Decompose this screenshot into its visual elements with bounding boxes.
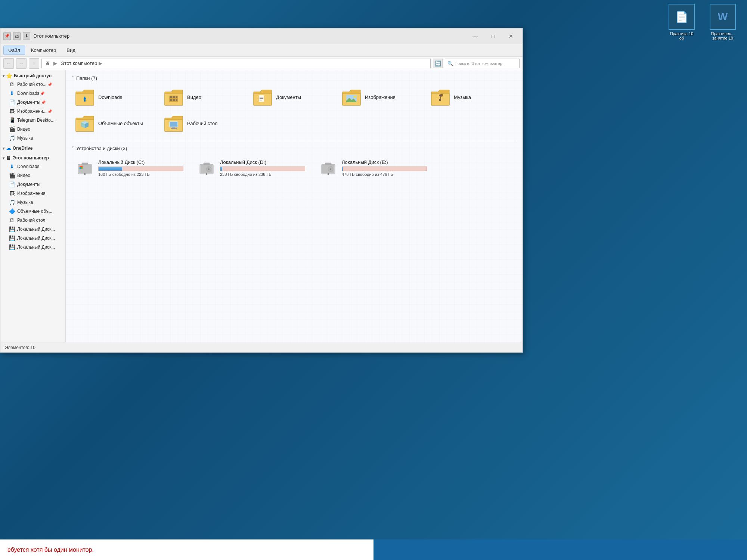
sidebar-item-downloads2-label: Downloads xyxy=(17,164,39,169)
folders-section-label: Папки (7) xyxy=(76,75,97,81)
folder-video[interactable]: Видео xyxy=(161,85,247,109)
drive-d-info: Локальный Диск (D:) 238 ГБ свободно из 2… xyxy=(220,159,305,177)
folder-3d[interactable]: Объемные объекты xyxy=(72,112,158,135)
expand-icon-thispc: ▾ xyxy=(3,156,4,160)
folder-downloads[interactable]: Downloads xyxy=(72,85,158,109)
drive-d-name: Локальный Диск (D:) xyxy=(220,159,305,165)
drive-c[interactable]: Локальный Диск (C:) 160 ГБ свободно из 2… xyxy=(72,156,187,180)
explorer-window: 📌 🗂 ⬇ Этот компьютер — □ ✕ Файл Компьюте… xyxy=(0,28,523,353)
sidebar-item-diskE[interactable]: 💾 Локальный Диск... xyxy=(0,243,65,252)
sidebar-item-downloads2[interactable]: ⬇ Downloads xyxy=(0,162,65,171)
sidebar-item-images-pinned[interactable]: 🖼 Изображени... 📌 xyxy=(0,107,65,116)
back-button[interactable]: ← xyxy=(3,58,14,69)
svg-rect-43 xyxy=(84,173,86,175)
refresh-button[interactable]: 🔄 xyxy=(433,59,443,68)
folder-desktop[interactable]: Рабочий стол xyxy=(161,112,247,135)
sidebar-section-onedrive: ▾ ☁ OneDrive xyxy=(0,144,65,152)
drive-d-icon xyxy=(198,159,216,177)
sidebar-thispc-header[interactable]: ▾ 🖥 Этот компьютер xyxy=(0,154,65,162)
taskbar-area xyxy=(374,539,747,560)
folder-documents[interactable]: Документы xyxy=(249,85,335,109)
sidebar-item-docs2[interactable]: 📄 Документы xyxy=(0,180,65,189)
status-bar: Элементов: 10 xyxy=(0,342,523,352)
sidebar-item-diskD[interactable]: 💾 Локальный Диск... xyxy=(0,234,65,243)
video-pinned-icon: 🎬 xyxy=(9,126,15,133)
drive-e[interactable]: Локальный Диск (E:) 476 ГБ свободно из 4… xyxy=(315,156,431,180)
folder-grid: Downloads xyxy=(72,85,517,135)
pin-icon2: 📌 xyxy=(40,91,44,96)
desktop-icon-2-label: Практичес...занятие 10 xyxy=(711,31,735,40)
images-pinned-icon: 🖼 xyxy=(9,108,15,115)
drive-e-bar xyxy=(342,167,427,171)
close-button[interactable]: ✕ xyxy=(502,30,520,42)
sidebar-item-video-pinned[interactable]: 🎬 Видео xyxy=(0,125,65,134)
sidebar-item-video2[interactable]: 🎬 Видео xyxy=(0,171,65,180)
drive-e-name: Локальный Диск (E:) xyxy=(342,159,427,165)
title-bar: 📌 🗂 ⬇ Этот компьютер — □ ✕ xyxy=(0,28,523,44)
breadcrumb-end-arrow: ▶ xyxy=(99,60,102,66)
titlebar-pin-btn[interactable]: 📌 xyxy=(3,32,11,40)
onedrive-label: OneDrive xyxy=(13,146,32,151)
breadcrumb-path: Этот компьютер xyxy=(61,60,97,66)
drive-d-bar-fill xyxy=(220,167,222,171)
sidebar-item-telegram[interactable]: 📱 Telegram Deskto... xyxy=(0,116,65,125)
drive-c-bar-fill xyxy=(99,167,122,171)
sidebar-item-desktop-label: Рабочий сто... xyxy=(17,82,47,87)
sidebar-item-diskC[interactable]: 💾 Локальный Диск... xyxy=(0,225,65,234)
sidebar-item-docs-label: Документы xyxy=(17,100,40,105)
svg-rect-47 xyxy=(206,173,207,175)
search-box[interactable]: 🔍 Поиск в: Этот компьютер xyxy=(445,59,520,68)
sidebar-item-music2-label: Музыка xyxy=(17,200,33,205)
sidebar-item-desktop-pinned[interactable]: 🖥 Рабочий сто... 📌 xyxy=(0,80,65,89)
diskE-sidebar-icon: 💾 xyxy=(9,244,15,251)
folder-music[interactable]: Музыка xyxy=(427,85,513,109)
desktop-icons-area: 📄 Практика 10об W Практичес...занятие 10 xyxy=(665,4,740,40)
drive-c-info: Локальный Диск (C:) 160 ГБ свободно из 2… xyxy=(98,159,183,177)
folder-video-icon xyxy=(164,88,183,106)
sidebar-item-music-label: Музыка xyxy=(17,136,33,141)
menu-file[interactable]: Файл xyxy=(3,46,25,55)
sidebar-onedrive-header[interactable]: ▾ ☁ OneDrive xyxy=(0,144,65,152)
folders-section-header: ˅ Папки (7) xyxy=(72,75,517,81)
breadcrumb-bar[interactable]: 🖥 ▶ Этот компьютер ▶ xyxy=(41,59,431,68)
downloads-pinned-icon: ⬇ xyxy=(9,90,15,97)
sidebar-quickaccess-header[interactable]: ▾ ⭐ Быстрый доступ xyxy=(0,72,65,80)
svg-rect-46 xyxy=(204,163,210,165)
folder-images-icon xyxy=(342,88,361,106)
menu-computer[interactable]: Компьютер xyxy=(27,46,61,55)
menu-bar: Файл Компьютер Вид xyxy=(0,44,523,57)
sidebar-item-downloads-pinned[interactable]: ⬇ Downloads 📌 xyxy=(0,89,65,98)
svg-rect-41 xyxy=(81,167,83,169)
sidebar-item-music-pinned[interactable]: 🎵 Музыка xyxy=(0,134,65,143)
desktop-icon-2[interactable]: W Практичес...занятие 10 xyxy=(706,4,740,40)
svg-rect-16 xyxy=(260,98,263,99)
folder-documents-label: Документы xyxy=(276,94,301,100)
desktop-icon-1[interactable]: 📄 Практика 10об xyxy=(665,4,698,40)
forward-button[interactable]: → xyxy=(16,58,27,69)
breadcrumb-separator: ▶ xyxy=(53,60,57,66)
menu-view[interactable]: Вид xyxy=(62,46,80,55)
thispc-icon: 🖥 xyxy=(6,155,11,161)
drive-e-icon xyxy=(319,159,337,177)
sidebar-item-music2[interactable]: 🎵 Музыка xyxy=(0,198,65,207)
folder-video-label: Видео xyxy=(187,94,201,100)
expand-icon-onedrive: ▾ xyxy=(3,146,4,150)
folder-images[interactable]: Изображения xyxy=(338,85,424,109)
titlebar-down-btn[interactable]: ⬇ xyxy=(23,32,30,40)
drive-d[interactable]: Локальный Диск (D:) 238 ГБ свободно из 2… xyxy=(193,156,309,180)
main-area: ▾ ⭐ Быстрый доступ 🖥 Рабочий сто... 📌 ⬇ … xyxy=(0,70,523,342)
titlebar-folder-btn[interactable]: 🗂 xyxy=(13,32,21,40)
diskC-sidebar-icon: 💾 xyxy=(9,226,15,233)
sidebar-item-3d2[interactable]: 🔷 Объемные объ... xyxy=(0,207,65,216)
folder-desktop-label: Рабочий стол xyxy=(187,121,218,126)
maximize-button[interactable]: □ xyxy=(484,30,502,42)
sidebar-item-images2[interactable]: 🖼 Изображения xyxy=(0,189,65,198)
minimize-button[interactable]: — xyxy=(467,30,484,42)
sidebar-item-video-label: Видео xyxy=(17,127,30,132)
sidebar-section-thispc: ▾ 🖥 Этот компьютер ⬇ Downloads 🎬 Видео 📄… xyxy=(0,154,65,252)
sidebar-item-desktop2[interactable]: 🖥 Рабочий стол xyxy=(0,216,65,225)
up-button[interactable]: ↑ xyxy=(29,58,39,69)
svg-rect-33 xyxy=(170,122,177,127)
sidebar-item-images-label: Изображени... xyxy=(17,109,47,114)
sidebar-item-docs-pinned[interactable]: 📄 Документы 📌 xyxy=(0,98,65,107)
